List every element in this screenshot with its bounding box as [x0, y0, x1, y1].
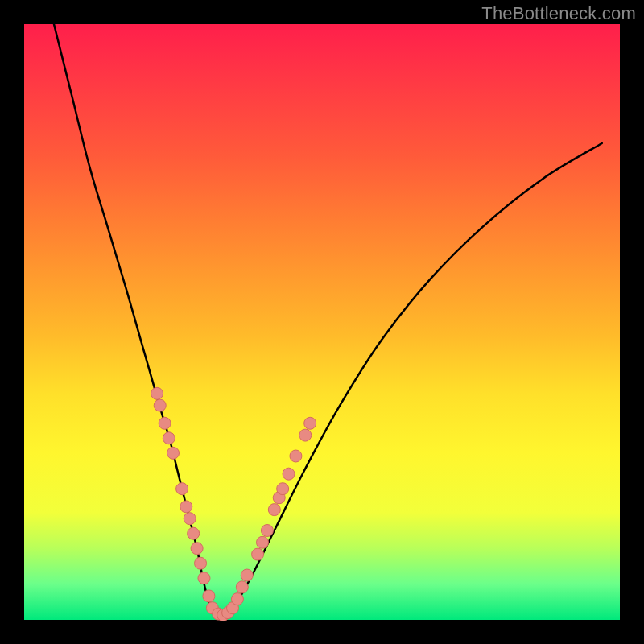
data-marker	[231, 593, 243, 605]
data-marker	[203, 590, 215, 602]
data-marker	[283, 468, 295, 480]
data-marker	[167, 447, 180, 459]
chart-frame: TheBottleneck.com	[0, 0, 644, 644]
data-marker	[299, 429, 312, 441]
data-marker	[252, 548, 264, 560]
data-marker	[191, 543, 203, 555]
data-marker	[180, 501, 192, 513]
chart-svg	[24, 24, 620, 620]
plot-area	[24, 24, 620, 620]
data-marker	[261, 525, 273, 537]
data-marker	[163, 432, 175, 444]
data-marker	[236, 581, 248, 593]
data-marker	[151, 387, 163, 399]
data-marker	[198, 572, 210, 584]
data-marker	[277, 483, 289, 495]
data-marker	[159, 417, 171, 429]
data-marker	[304, 417, 316, 429]
data-marker	[188, 527, 200, 539]
data-marker	[241, 569, 253, 581]
data-marker	[257, 536, 269, 548]
data-marker	[268, 504, 280, 516]
bottleneck-curve	[54, 24, 602, 618]
data-markers	[151, 387, 316, 621]
data-marker	[184, 513, 196, 525]
watermark-text: TheBottleneck.com	[481, 3, 636, 24]
data-marker	[176, 483, 188, 495]
data-marker	[195, 557, 207, 569]
data-marker	[154, 399, 166, 411]
data-marker	[290, 450, 302, 462]
